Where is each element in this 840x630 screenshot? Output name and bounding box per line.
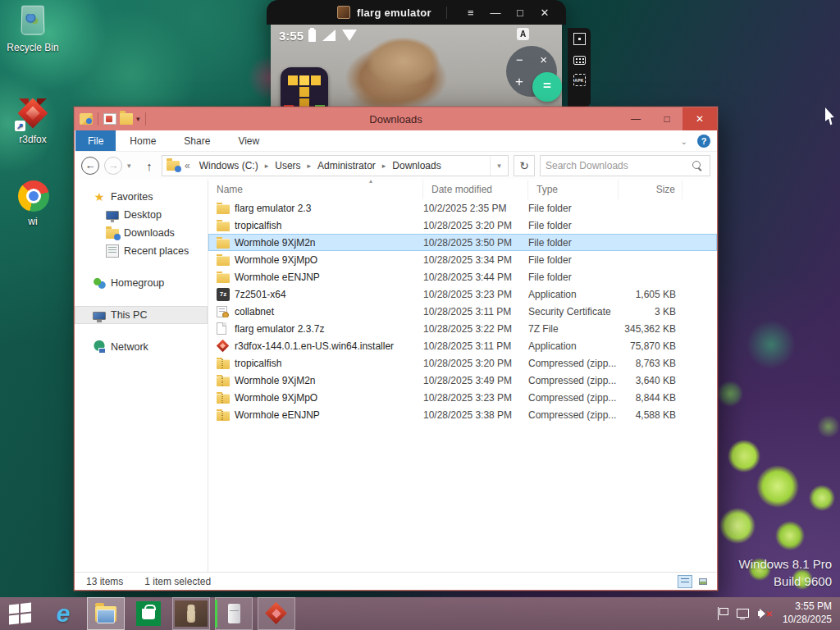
internet-explorer-icon: e — [57, 599, 71, 628]
file-date-modified: 10/28/2025 3:11 PM — [423, 340, 528, 352]
desktop-icon-r3dfox[interactable]: ↗ r3dfox — [7, 97, 59, 145]
back-button[interactable]: ← — [81, 157, 99, 175]
file-date-modified: 10/28/2025 3:49 PM — [423, 375, 528, 386]
up-button[interactable]: ↑ — [142, 159, 157, 173]
folder-file-icon — [217, 204, 230, 214]
file-row[interactable]: Wormhole eENJNP10/28/2025 3:38 PMCompres… — [208, 406, 717, 423]
sidebar-item-homegroup[interactable]: Homegroup — [75, 274, 208, 292]
breadcrumb-separator-icon[interactable]: ▸ — [304, 162, 315, 170]
taskbar-store[interactable] — [130, 597, 167, 630]
taskbar-internet-explorer[interactable]: e — [44, 597, 82, 630]
column-headers: ▴ Name Date modified Type Size — [208, 180, 717, 199]
tab-file[interactable]: File — [75, 130, 116, 151]
file-type: Compressed (zipp... — [528, 358, 619, 369]
fox-file-icon — [217, 340, 230, 353]
explorer-titlebar[interactable]: ▾ Downloads — □ ✕ — [75, 107, 717, 130]
keyboard-icon[interactable] — [573, 56, 586, 65]
details-view-button[interactable] — [678, 575, 692, 588]
sidebar-item-network[interactable]: Network — [75, 338, 208, 356]
breadcrumb-segment[interactable]: Downloads — [389, 160, 444, 171]
breadcrumb-separator-icon[interactable]: ▸ — [262, 162, 272, 170]
column-header-date-modified[interactable]: Date modified — [423, 180, 528, 199]
file-row[interactable]: Wormhole 9XjMpO10/28/2025 3:34 PMFile fo… — [208, 251, 717, 268]
emulator-titlebar[interactable]: flarg emulator ≡ — □ ✕ — [267, 0, 566, 25]
sidebar-item-label: Recent places — [124, 245, 189, 257]
file-row[interactable]: collabnet10/28/2025 3:11 PMSecurity Cert… — [208, 303, 717, 320]
address-dropdown-chevron-icon[interactable]: ▾ — [490, 156, 508, 176]
tab-share[interactable]: Share — [170, 130, 224, 151]
appliance-icon — [228, 604, 240, 623]
file-row[interactable]: Wormhole 9XjM2n10/28/2025 3:50 PMFile fo… — [208, 234, 717, 251]
sidebar-item-downloads[interactable]: Downloads — [75, 224, 208, 242]
file-row[interactable]: 7z7z2501-x6410/28/2025 3:23 PMApplicatio… — [208, 285, 717, 303]
file-row[interactable]: Wormhole eENJNP10/28/2025 3:44 PMFile fo… — [208, 268, 717, 285]
file-row[interactable]: Wormhole 9XjM2n10/28/2025 3:49 PMCompres… — [208, 372, 717, 389]
large-icons-view-button[interactable] — [696, 575, 710, 588]
calculator-widget[interactable]: − × + = — [506, 46, 557, 97]
file-row[interactable]: tropicalfish10/28/2025 3:20 PMFile folde… — [208, 217, 717, 234]
file-row[interactable]: r3dfox-144.0.1.en-US.win64.installer10/2… — [208, 337, 717, 354]
homegroup-icon — [93, 276, 106, 290]
widget-minus-button[interactable]: − — [516, 52, 523, 66]
sidebar-item-favorites[interactable]: ★Favorites — [75, 188, 208, 206]
recent-locations-chevron-icon[interactable]: ▾ — [127, 162, 137, 170]
taskbar-r3dfox[interactable] — [258, 597, 295, 630]
emulator-minimize-button[interactable]: — — [483, 7, 508, 19]
emulator-menu-icon[interactable]: ≡ — [459, 7, 483, 19]
breadcrumb-segment[interactable]: Administrator — [314, 160, 379, 171]
search-input[interactable] — [541, 160, 692, 171]
taskbar-clock[interactable]: 3:55 PM 10/28/2025 — [783, 600, 832, 626]
action-center-flag-icon[interactable] — [717, 607, 728, 620]
column-header-type[interactable]: Type — [528, 180, 619, 199]
minimize-button[interactable]: — — [620, 107, 651, 130]
address-bar[interactable]: « Windows (C:)▸Users▸Administrator▸Downl… — [162, 155, 509, 176]
expand-ribbon-chevron-icon[interactable]: ⌄ — [681, 137, 687, 146]
emulator-close-button[interactable]: ✕ — [532, 7, 557, 19]
breadcrumb-overflow-icon[interactable]: « — [185, 160, 190, 171]
taskbar-appliance-app[interactable] — [215, 597, 253, 630]
install-apk-icon[interactable]: APK — [573, 74, 586, 86]
zip-file-icon — [217, 394, 230, 404]
tetris-game-icon[interactable] — [281, 67, 328, 107]
tray-time: 3:55 PM — [783, 600, 832, 614]
breadcrumb-segment[interactable]: Windows (C:) — [196, 160, 262, 171]
column-header-size[interactable]: Size — [619, 180, 682, 199]
start-button[interactable] — [0, 597, 39, 630]
widget-plus-button[interactable]: + — [515, 74, 523, 90]
taskbar-emulator-app[interactable] — [172, 597, 210, 630]
file-row[interactable]: flarg emulator 2.310/2/2025 2:35 PMFile … — [208, 199, 717, 217]
widget-equals-button[interactable]: = — [532, 72, 562, 102]
tray-date: 10/28/2025 — [783, 614, 832, 627]
file-row[interactable]: tropicalfish10/28/2025 3:20 PMCompressed… — [208, 354, 717, 372]
file-name: Wormhole 9XjM2n — [235, 375, 315, 386]
tab-home[interactable]: Home — [116, 130, 170, 151]
network-icon[interactable] — [737, 608, 750, 619]
help-icon[interactable]: ? — [697, 135, 710, 148]
forward-button[interactable]: → — [104, 157, 122, 175]
tab-view[interactable]: View — [224, 130, 273, 151]
search-box[interactable] — [540, 155, 710, 176]
taskbar: e ✕ 3:55 PM 10/28/2025 — [0, 597, 840, 630]
taskbar-file-explorer[interactable] — [87, 597, 125, 630]
fullscreen-icon[interactable] — [573, 33, 586, 45]
file-row[interactable]: Wormhole 9XjMpO10/28/2025 3:23 PMCompres… — [208, 389, 717, 406]
file-date-modified: 10/28/2025 3:23 PM — [423, 289, 528, 300]
file-row[interactable]: flarg emulator 2.3.7z10/28/2025 3:22 PM7… — [208, 320, 717, 337]
desktop-icon-recycle-bin[interactable]: Recycle Bin — [7, 5, 59, 53]
sidebar-item-this-pc[interactable]: This PC — [75, 306, 208, 324]
column-header-name[interactable]: Name — [208, 180, 423, 199]
maximize-button[interactable]: □ — [651, 107, 682, 130]
emulator-screen[interactable]: 3:55 A − × + = — [271, 25, 562, 107]
volume-muted-icon[interactable]: ✕ — [758, 608, 773, 619]
desktop-icon-wi[interactable]: wi — [7, 179, 59, 227]
folder-file-icon — [217, 221, 230, 231]
close-button[interactable]: ✕ — [682, 107, 717, 130]
store-icon — [136, 601, 161, 626]
sidebar-item-desktop[interactable]: Desktop — [75, 206, 208, 224]
breadcrumb-separator-icon[interactable]: ▸ — [379, 162, 390, 170]
refresh-button[interactable]: ↻ — [514, 155, 535, 176]
widget-close-button[interactable]: × — [540, 52, 547, 66]
emulator-maximize-button[interactable]: □ — [508, 7, 532, 19]
sidebar-item-recent-places[interactable]: Recent places — [75, 242, 208, 260]
breadcrumb-segment[interactable]: Users — [272, 160, 304, 171]
